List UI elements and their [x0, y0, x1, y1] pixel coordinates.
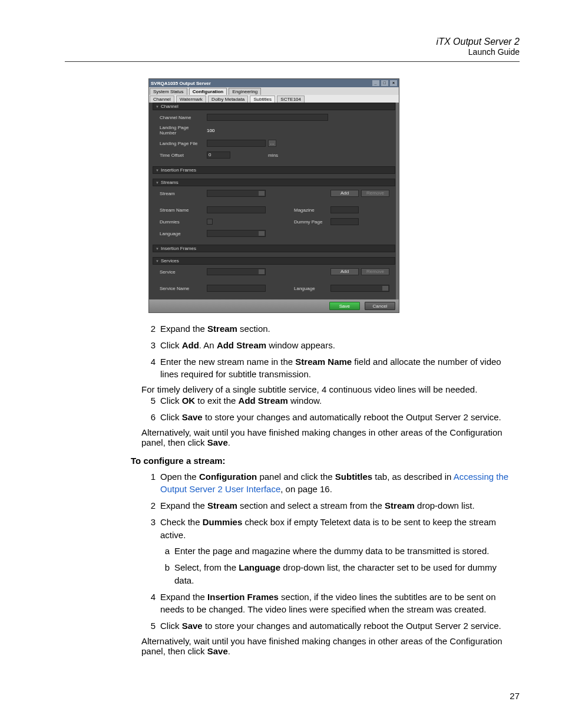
label-landing-page-number: Landing Page Number — [160, 125, 204, 136]
service-add-button[interactable]: Add — [330, 268, 359, 275]
tab-subtitles[interactable]: Subtitles — [250, 95, 275, 103]
service-remove-button[interactable]: Remove — [361, 268, 389, 275]
config-panel: ▼Channel Channel Name Landing Page Numbe… — [149, 103, 399, 299]
cfg-step-1: Open the Configuration panel and click t… — [160, 470, 515, 496]
stream-add-button[interactable]: Add — [330, 190, 359, 197]
cfg-step-3b: Select, from the Language drop-down list… — [174, 561, 515, 587]
label-service: Service — [160, 269, 204, 275]
dummies-checkbox[interactable] — [207, 219, 213, 225]
label-stream: Stream — [160, 191, 204, 196]
top-tabs: System Status Configuration Engineering — [149, 87, 399, 95]
section-insertion-frames-2[interactable]: ▼Insertion Frames — [153, 245, 395, 252]
label-language: Language — [160, 231, 204, 236]
tab-channel[interactable]: Channel — [150, 95, 174, 103]
tab-system-status[interactable]: System Status — [150, 88, 187, 95]
magazine-field[interactable] — [330, 206, 359, 213]
channel-name-field[interactable] — [207, 114, 328, 121]
instructions-block-2: 1 Open the Configuration panel and click… — [141, 470, 515, 656]
label-landing-page-file: Landing Page File — [160, 141, 204, 146]
footer-bar: Save Cancel — [149, 299, 399, 312]
cfg-step-4: Expand the Insertion Frames section, if … — [160, 591, 515, 617]
section-channel[interactable]: ▼Channel — [153, 103, 395, 110]
page-header: iTX Output Server 2 Launch Guide — [65, 37, 520, 57]
step-3: Click Add. An Add Stream window appears. — [160, 339, 515, 352]
service-dropdown[interactable] — [207, 268, 266, 275]
stream-remove-button[interactable]: Remove — [361, 190, 389, 197]
stream-name-field[interactable] — [207, 206, 266, 213]
instructions-block-1: 2Expand the Stream section. 3Click Add. … — [141, 322, 515, 447]
dummy-page-field[interactable] — [330, 218, 359, 225]
page-number: 27 — [510, 691, 520, 701]
label-dummy-page: Dummy Page — [294, 219, 328, 225]
label-time-offset: Time Offset — [160, 153, 204, 158]
chevron-down-icon: ▼ — [156, 181, 159, 185]
label-magazine: Magazine — [294, 207, 328, 213]
label-mins: mins — [268, 153, 292, 158]
language-dropdown[interactable] — [207, 230, 266, 237]
doc-title: iTX Output Server 2 — [65, 37, 520, 47]
cfg-step-2: Expand the Stream section and select a s… — [160, 499, 515, 512]
app-screenshot: SVRQA1035 Output Server _ □ × System Sta… — [148, 78, 399, 313]
tab-watermark[interactable]: Watermark — [176, 95, 206, 103]
window-title: SVRQA1035 Output Server — [151, 81, 211, 86]
chevron-down-icon: ▼ — [156, 169, 159, 172]
section-insertion-frames-1[interactable]: ▼Insertion Frames — [153, 166, 395, 174]
step-4-cont: For timely delivery of a single subtitle… — [141, 384, 515, 394]
landing-page-number-value: 100 — [207, 128, 266, 133]
header-rule — [65, 61, 520, 62]
scrollbar[interactable] — [396, 103, 399, 299]
stream-dropdown[interactable] — [207, 190, 266, 197]
minimize-icon[interactable]: _ — [372, 80, 379, 86]
section-streams[interactable]: ▼Streams — [153, 179, 395, 186]
chevron-down-icon: ▼ — [156, 105, 159, 108]
step-5: Click OK to exit the Add Stream window. — [160, 394, 515, 407]
save-button[interactable]: Save — [329, 302, 360, 310]
tab-engineering[interactable]: Engineering — [229, 88, 261, 95]
time-offset-field[interactable]: 0 — [207, 151, 230, 159]
step-6: Click Save to store your changes and aut… — [160, 411, 515, 424]
service-name-field[interactable] — [207, 285, 266, 292]
landing-page-file-field[interactable] — [207, 140, 266, 147]
step-6-cont: Alternatively, wait until you have finis… — [141, 427, 515, 447]
tab-dolby[interactable]: Dolby Metadata — [208, 95, 248, 103]
step-2: Expand the Stream section. — [160, 322, 515, 335]
browse-button[interactable]: … — [268, 140, 276, 147]
chevron-down-icon: ▼ — [156, 259, 159, 263]
sub-tabs: Channel Watermark Dolby Metadata Subtitl… — [149, 95, 399, 103]
step-4: Enter the new stream name in the Stream … — [160, 355, 515, 381]
cfg-step-5: Click Save to store your changes and aut… — [160, 620, 515, 633]
cfg-step-3a: Enter the page and magazine where the du… — [174, 545, 515, 558]
maximize-icon[interactable]: □ — [381, 80, 388, 86]
label-dummies: Dummies — [160, 219, 204, 225]
label-channel-name: Channel Name — [160, 115, 204, 120]
window-titlebar[interactable]: SVRQA1035 Output Server _ □ × — [149, 79, 399, 87]
service-language-dropdown[interactable] — [330, 285, 389, 292]
cancel-button[interactable]: Cancel — [365, 302, 395, 310]
cfg-step-5-cont: Alternatively, wait until you have finis… — [141, 636, 515, 656]
tab-scte104[interactable]: SCTE104 — [277, 95, 305, 103]
label-svc-language: Language — [294, 286, 328, 291]
doc-subtitle: Launch Guide — [65, 47, 520, 57]
window-controls: _ □ × — [372, 80, 397, 86]
label-stream-name: Stream Name — [160, 207, 204, 213]
chevron-down-icon: ▼ — [156, 247, 159, 251]
section-services[interactable]: ▼Services — [153, 257, 395, 265]
subheading: To configure a stream: — [131, 456, 520, 466]
label-service-name: Service Name — [160, 286, 204, 291]
close-icon[interactable]: × — [390, 80, 397, 86]
cfg-step-3: Check the Dummies check box if empty Tel… — [160, 516, 515, 542]
tab-configuration[interactable]: Configuration — [189, 88, 227, 95]
